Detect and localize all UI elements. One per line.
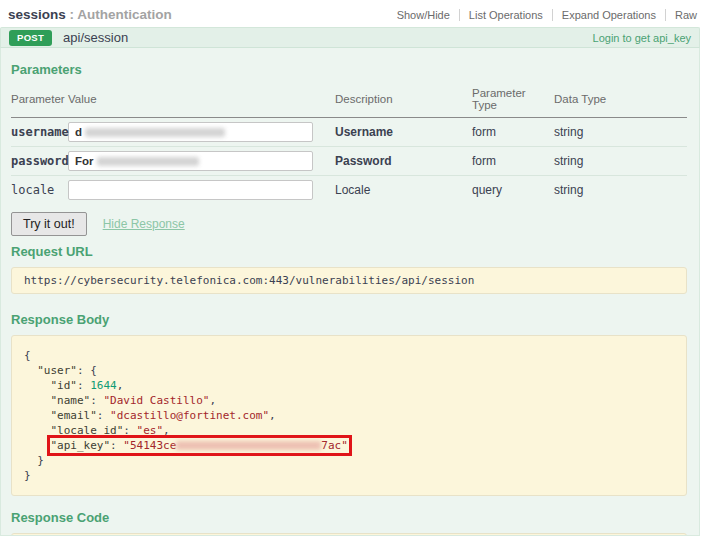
resource-description: Authentication: [77, 7, 172, 22]
link-raw[interactable]: Raw: [665, 9, 699, 21]
password-input[interactable]: For: [68, 151, 313, 171]
col-data-type: Data Type: [554, 85, 687, 118]
resource-name: sessions: [8, 7, 66, 22]
locale-input[interactable]: [68, 180, 313, 200]
operation-header: POST api/session Login to get api_key: [0, 27, 700, 48]
col-parameter-type: Parameter Type: [472, 85, 554, 118]
actions-row: Try it out! Hide Response: [11, 212, 687, 236]
request-url-heading: Request URL: [11, 244, 687, 259]
password-value-visible: For: [75, 155, 94, 167]
param-name-username: username: [11, 118, 68, 147]
param-row-locale: locale Locale query string: [11, 176, 687, 205]
data-type-password: string: [554, 147, 687, 176]
response-code-heading: Response Code: [11, 510, 687, 525]
api-key-value-redacted: [176, 441, 321, 450]
param-desc-locale: Locale: [335, 176, 472, 205]
username-value-redacted: [85, 128, 225, 137]
resource-links: Show/Hide List Operations Expand Operati…: [388, 9, 699, 21]
top-bar: sessions : Authentication Show/Hide List…: [0, 0, 705, 27]
operation-content: Parameters Parameter Value Description P…: [0, 48, 700, 536]
username-value-visible: d: [75, 126, 82, 138]
operation-path[interactable]: api/session: [63, 30, 128, 45]
data-type-locale: string: [554, 176, 687, 205]
method-badge[interactable]: POST: [9, 30, 52, 46]
table-header-row: Parameter Value Description Parameter Ty…: [11, 85, 687, 118]
param-type-password: form: [472, 147, 554, 176]
hide-response-link[interactable]: Hide Response: [103, 217, 185, 231]
api-key-highlight-box: "api_key": "54143ce7ac": [51, 439, 348, 452]
data-type-username: string: [554, 118, 687, 147]
operation-panel: POST api/session Login to get api_key Pa…: [0, 27, 700, 536]
login-api-key-link[interactable]: Login to get api_key: [593, 32, 691, 44]
request-url-value: https://cybersecurity.telefonica.com:443…: [11, 267, 687, 294]
password-value-redacted: [97, 157, 199, 166]
try-it-out-button[interactable]: Try it out!: [11, 212, 87, 236]
link-show-hide[interactable]: Show/Hide: [388, 9, 459, 21]
param-type-username: form: [472, 118, 554, 147]
response-body-box: { "user": { "id": 1644, "name": "David C…: [11, 335, 687, 496]
param-type-locale: query: [472, 176, 554, 205]
parameters-heading: Parameters: [11, 62, 687, 77]
parameters-table: Parameter Value Description Parameter Ty…: [11, 85, 687, 204]
param-name-password: password: [11, 147, 68, 176]
param-name-locale: locale: [11, 176, 68, 205]
link-expand-operations[interactable]: Expand Operations: [552, 9, 665, 21]
param-row-username: username d Username form string: [11, 118, 687, 147]
col-description: Description: [335, 85, 472, 118]
param-desc-password: Password: [335, 147, 472, 176]
col-value: Value: [68, 85, 335, 118]
username-input[interactable]: d: [68, 122, 313, 142]
col-parameter: Parameter: [11, 85, 68, 118]
param-desc-username: Username: [335, 118, 472, 147]
response-body-heading: Response Body: [11, 312, 687, 327]
link-list-operations[interactable]: List Operations: [459, 9, 552, 21]
page-title: sessions : Authentication: [8, 7, 172, 22]
param-row-password: password For Password form string: [11, 147, 687, 176]
